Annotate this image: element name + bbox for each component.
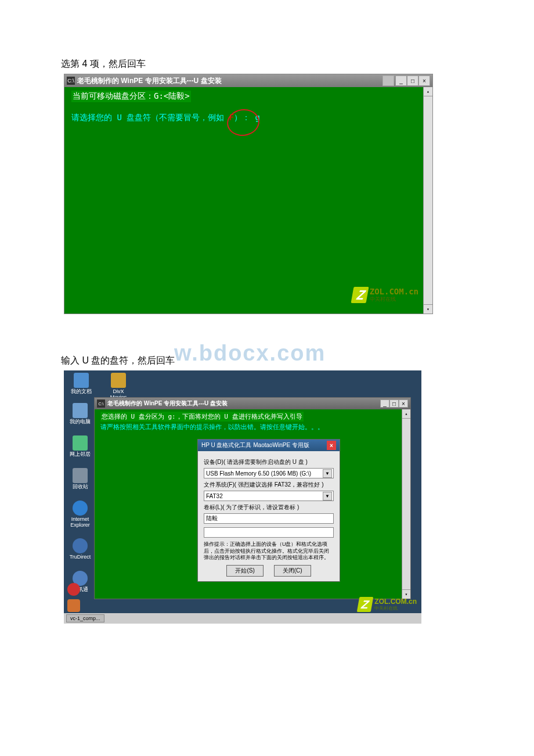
desktop-icon-mydocs[interactable]: 我的文档 — [68, 373, 94, 401]
minimize-button[interactable]: _ — [395, 75, 407, 86]
desktop-icon-ie[interactable]: Internet Explorer — [67, 501, 93, 528]
maximize-button-2[interactable]: □ — [389, 399, 399, 408]
zol-brand-2: ZOL.COM.cn — [374, 598, 417, 605]
desktop-icon-divx[interactable]: DivX Movies — [106, 373, 131, 401]
scroll-up-icon[interactable]: ▴ — [424, 87, 432, 96]
dialog-tip: 操作提示：正确选择上面的设备（U盘）和格式化选项后，点击开始按钮执行格式化操作。… — [204, 541, 334, 561]
zol-z-icon-2: Z — [357, 597, 374, 612]
console-body-1: 当前可移动磁盘分区：G:<陆毅> 请选择您的 U 盘盘符（不需要冒号，例如 F）… — [64, 87, 432, 314]
ghost-btn — [383, 75, 394, 86]
dialog-close-button[interactable]: × — [327, 441, 336, 450]
taskbar: vc-1_comp... — [64, 613, 421, 624]
zol-sub: 中关村在线 — [370, 296, 418, 303]
desktop-icon-trudirect[interactable]: TruDirect — [67, 538, 93, 560]
desktop-icon-recycle[interactable]: 回收站 — [67, 468, 93, 490]
close-button-2[interactable]: × — [399, 399, 408, 408]
zol-logo: Z ZOL.COM.cn 中关村在线 — [352, 287, 418, 303]
tray-icon-1[interactable] — [67, 583, 80, 596]
window-title-1: 老毛桃制作的 WinPE 专用安装工具---U 盘安装 — [77, 76, 383, 86]
desktop-icon-computer[interactable]: 我的电脑 — [67, 403, 93, 425]
start-button[interactable]: 开始(S) — [226, 565, 263, 577]
console-window-1: C:\ 老毛桃制作的 WinPE 专用安装工具---U 盘安装 _ □ × 当前… — [64, 74, 433, 314]
volume-label: 卷标(L)( 为了便于标识，请设置卷标 ) — [204, 503, 334, 512]
console-line-a: 您选择的 U 盘分区为 g:，下面将对您的 U 盘进行格式化并写入引导 — [100, 412, 304, 422]
filesystem-label: 文件系统(F)( 强烈建议选择 FAT32，兼容性好 ) — [204, 481, 334, 489]
zol-sub-2: 中关村在线 — [374, 605, 417, 611]
titlebar-2: C:\ 老毛桃制作的 WinPE 专用安装工具---U 盘安装 _ □ × — [95, 398, 410, 409]
scrollbar-vertical-2[interactable]: ▴ ▾ — [402, 409, 410, 599]
close-button-dialog[interactable]: 关闭(C) — [274, 565, 311, 577]
dialog-titlebar: HP U 盘格式化工具 MaotaoWinPE 专用版 × — [198, 440, 340, 451]
zol-logo-2: Z ZOL.COM.cn 中关村在线 — [358, 597, 417, 612]
watermark-text: w.bdocx.com — [174, 341, 326, 366]
zol-z-icon: Z — [351, 287, 369, 303]
format-dialog: HP U 盘格式化工具 MaotaoWinPE 专用版 × 设备(D)( 请选择… — [197, 439, 340, 582]
empty-field — [204, 527, 334, 538]
volume-input[interactable] — [204, 513, 334, 524]
caption-1: 选第 4 项，然后回车 — [61, 58, 511, 70]
console-line-b: 请严格按照相关工具软件界面中的提示操作，以防出错。请按任意键开始。。。 — [100, 423, 405, 431]
cmd-icon: C:\ — [67, 77, 75, 85]
scroll-up-icon-2[interactable]: ▴ — [402, 409, 410, 419]
scroll-down-icon[interactable]: ▾ — [424, 304, 432, 314]
console-partition-line: 当前可移动磁盘分区：G:<陆毅> — [71, 91, 191, 102]
device-label: 设备(D)( 请选择需要制作启动盘的 U 盘 ) — [204, 458, 334, 466]
maximize-button[interactable]: □ — [407, 75, 418, 86]
filesystem-select[interactable]: FAT32 — [204, 491, 334, 501]
titlebar-1: C:\ 老毛桃制作的 WinPE 专用安装工具---U 盘安装 _ □ × — [64, 74, 432, 87]
close-button[interactable]: × — [418, 75, 430, 86]
scrollbar-vertical[interactable]: ▴ ▾ — [423, 87, 432, 314]
cmd-icon-2: C:\ — [97, 399, 105, 408]
tray-icon-2[interactable] — [67, 599, 80, 612]
dialog-title-text: HP U 盘格式化工具 MaotaoWinPE 专用版 — [201, 441, 309, 449]
desktop-screenshot: 我的文档 DivX Movies 我的电脑 网上邻居 回收站 Internet … — [64, 370, 421, 624]
taskbar-item[interactable]: vc-1_comp... — [66, 614, 104, 622]
zol-brand: ZOL.COM.cn — [370, 287, 418, 296]
desktop-icon-network[interactable]: 网上邻居 — [67, 435, 93, 458]
minimize-button-2[interactable]: _ — [380, 399, 389, 408]
device-select[interactable]: USB Flash Memory 6.50 (1906 MB) (G:\) — [204, 468, 334, 478]
window-title-2: 老毛桃制作的 WinPE 专用安装工具---U 盘安装 — [107, 399, 380, 408]
